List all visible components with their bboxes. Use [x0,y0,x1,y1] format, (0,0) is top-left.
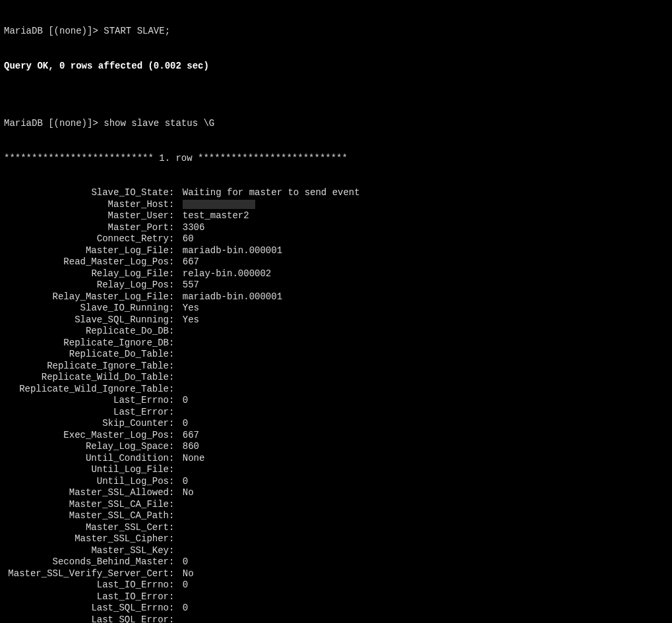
status-field-row: Last_IO_Error: [4,591,668,603]
field-value: 0 [183,579,188,591]
prompt-line-2: MariaDB [(none)]> show slave status \G [4,118,668,130]
field-value: 667 [183,256,199,268]
field-separator: : [169,361,183,372]
field-separator: : [169,326,183,338]
field-separator: : [169,280,183,291]
field-key: Replicate_Wild_Ignore_Table [4,384,169,396]
row-divider: *************************** 1. row *****… [4,153,668,165]
status-field-row: Master_Host: [4,199,668,211]
field-value: test_master2 [183,210,249,222]
field-key: Replicate_Ignore_DB [4,338,169,349]
field-separator: : [169,233,183,245]
field-value: No [183,568,194,580]
status-field-row: Master_SSL_CA_File: [4,499,668,511]
field-value: Yes [183,314,199,326]
status-field-row: Last_SQL_Error: [4,614,668,624]
status-field-row: Relay_Log_Space: 860 [4,441,668,453]
field-value: 0 [183,603,188,614]
redacted-block [183,200,255,209]
field-key: Until_Log_Pos [4,476,169,488]
field-separator: : [169,476,183,488]
status-field-row: Until_Condition: None [4,453,668,465]
field-separator: : [169,187,183,199]
field-key: Slave_IO_State [4,187,169,199]
field-separator: : [169,499,183,511]
status-field-row: Master_SSL_Verify_Server_Cert: No [4,568,668,580]
field-key: Master_SSL_Cert [4,522,169,534]
field-key: Master_SSL_Allowed [4,487,169,499]
field-value: Waiting for master to send event [183,187,360,199]
field-separator: : [169,614,183,624]
field-key: Replicate_Do_Table [4,349,169,361]
field-value: No [183,487,194,499]
status-field-row: Slave_IO_State: Waiting for master to se… [4,187,668,199]
status-field-row: Last_Error: [4,407,668,419]
status-field-row: Master_SSL_Cipher: [4,533,668,545]
field-key: Slave_IO_Running [4,303,169,314]
field-key: Master_SSL_Cipher [4,533,169,545]
field-key: Slave_SQL_Running [4,314,169,326]
field-separator: : [169,314,183,326]
status-field-row: Relay_Log_File: relay-bin.000002 [4,268,668,280]
status-field-row: Master_SSL_Key: [4,545,668,557]
status-field-row: Master_SSL_Cert: [4,522,668,534]
field-separator: : [169,603,183,614]
status-field-row: Read_Master_Log_Pos: 667 [4,256,668,268]
field-value: mariadb-bin.000001 [183,291,282,303]
field-separator: : [169,568,183,580]
field-separator: : [169,545,183,557]
status-field-row: Connect_Retry: 60 [4,233,668,245]
field-value: 667 [183,430,199,442]
status-field-row: Replicate_Wild_Do_Table: [4,372,668,384]
command-text: START SLAVE; [104,26,170,36]
field-key: Master_User [4,210,169,222]
field-key: Relay_Log_Space [4,441,169,453]
field-separator: : [169,291,183,303]
field-key: Master_SSL_Key [4,545,169,557]
field-key: Read_Master_Log_Pos [4,256,169,268]
field-separator: : [169,199,183,211]
status-fields: Slave_IO_State: Waiting for master to se… [4,187,668,623]
terminal-output[interactable]: MariaDB [(none)]> START SLAVE; Query OK,… [0,0,672,623]
field-key: Replicate_Do_DB [4,326,169,338]
field-separator: : [169,222,183,234]
field-key: Last_IO_Errno [4,579,169,591]
status-field-row: Master_Log_File: mariadb-bin.000001 [4,245,668,257]
field-key: Connect_Retry [4,233,169,245]
field-separator: : [169,556,183,568]
query-result-1: Query OK, 0 rows affected (0.002 sec) [4,61,668,73]
field-separator: : [169,338,183,349]
field-separator: : [169,453,183,465]
field-separator: : [169,441,183,453]
field-key: Master_Host [4,199,169,211]
field-key: Master_Port [4,222,169,234]
status-field-row: Relay_Master_Log_File: mariadb-bin.00000… [4,291,668,303]
field-value [183,199,255,211]
field-value: None [183,453,205,465]
status-field-row: Slave_SQL_Running: Yes [4,314,668,326]
field-separator: : [169,487,183,499]
status-field-row: Master_SSL_Allowed: No [4,487,668,499]
status-field-row: Master_SSL_CA_Path: [4,510,668,522]
status-field-row: Master_User: test_master2 [4,210,668,222]
status-field-row: Until_Log_Pos: 0 [4,476,668,488]
field-separator: : [169,510,183,522]
status-field-row: Until_Log_File: [4,464,668,476]
field-value: 0 [183,418,188,430]
field-key: Master_SSL_CA_Path [4,510,169,522]
field-separator: : [169,256,183,268]
field-separator: : [169,591,183,603]
status-field-row: Master_Port: 3306 [4,222,668,234]
prompt-line-1: MariaDB [(none)]> START SLAVE; [4,26,668,38]
status-field-row: Seconds_Behind_Master: 0 [4,556,668,568]
field-separator: : [169,533,183,545]
status-field-row: Replicate_Ignore_DB: [4,338,668,349]
field-key: Relay_Master_Log_File [4,291,169,303]
status-field-row: Skip_Counter: 0 [4,418,668,430]
field-separator: : [169,384,183,396]
field-value: 0 [183,476,188,488]
field-value: 0 [183,395,188,407]
field-key: Relay_Log_File [4,268,169,280]
field-key: Last_Error [4,407,169,419]
field-separator: : [169,407,183,419]
